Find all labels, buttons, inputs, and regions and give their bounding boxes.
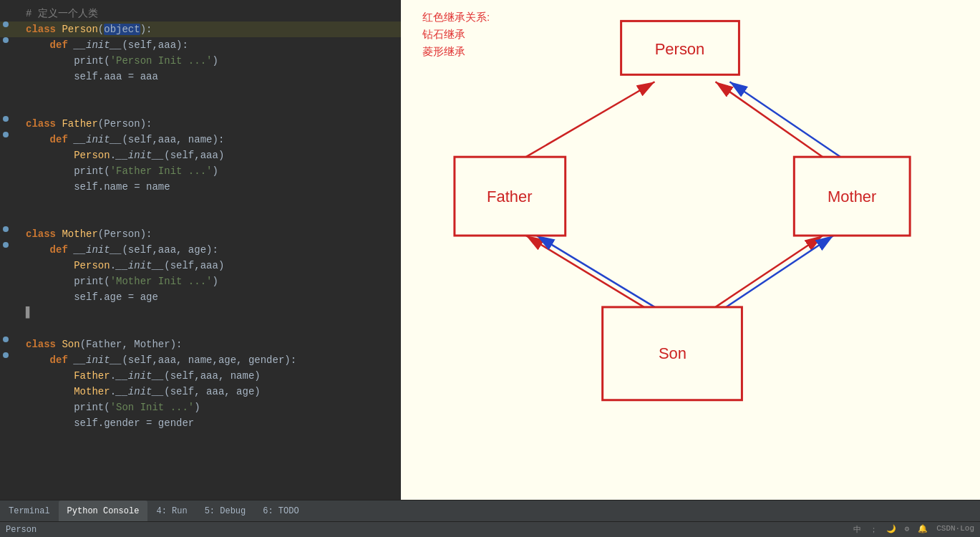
code-line-empty (0, 321, 401, 337)
code-content: self.gender = gender (26, 415, 398, 431)
status-punct: ； (870, 524, 878, 535)
code-content: def __init__(self,aaa): (26, 37, 398, 53)
code-content: ▋ (26, 305, 398, 321)
code-content: print('Son Init ...') (26, 400, 398, 415)
bottom-tabs-row: Terminal Python Console 4: Run 5: Debug … (0, 500, 980, 521)
tab-todo[interactable]: 6: TODO (254, 500, 307, 521)
gutter-dot (10, 116, 16, 122)
diagram-area: 红色继承关系: 钻石继承 菱形继承 (401, 0, 980, 500)
gutter (3, 337, 26, 342)
code-line: def __init__(self,aaa): (0, 37, 401, 53)
gutter-dot (3, 352, 9, 358)
svg-text:Person: Person (655, 40, 705, 58)
code-comment: # 定义一个人类 (26, 6, 398, 21)
code-content: print('Person Init ...') (26, 53, 398, 69)
code-line: print('Mother Init ...') (0, 274, 401, 289)
gutter-dot (3, 337, 9, 342)
code-line: print('Son Init ...') (0, 400, 401, 415)
code-line: Mother.__init__(self, aaa, age) (0, 384, 401, 400)
svg-line-8 (729, 82, 840, 157)
code-content: self.age = age (26, 289, 398, 305)
code-content: Father.__init__(self,aaa, name) (26, 368, 398, 384)
svg-text:Son: Son (659, 344, 687, 362)
code-line: class Father(Person): (0, 116, 401, 132)
inheritance-diagram: Person Father Mother Son (401, 0, 980, 500)
tab-terminal[interactable]: Terminal (0, 500, 59, 521)
svg-text:Mother: Mother (828, 188, 876, 205)
code-content: Person.__init__(self,aaa) (26, 147, 398, 163)
gutter-dot (10, 337, 16, 342)
code-line: self.age = age (0, 289, 401, 305)
code-line: Person.__init__(self,aaa) (0, 258, 401, 274)
code-line-empty (0, 84, 401, 100)
gutter-dot (3, 116, 9, 122)
svg-line-3 (715, 236, 823, 307)
gutter (3, 37, 26, 43)
svg-line-5 (715, 82, 823, 157)
gutter (3, 21, 26, 27)
gutter-dot (3, 242, 9, 248)
code-content: self.name = name (26, 179, 398, 195)
gutter-dot (3, 6, 9, 11)
status-bell-icon[interactable]: 🔔 (918, 524, 928, 535)
code-line: self.gender = gender (0, 415, 401, 431)
code-line: self.aaa = aaa (0, 69, 401, 84)
status-settings-icon[interactable]: ⚙ (905, 524, 910, 535)
gutter (3, 6, 26, 11)
code-content: def __init__(self,aaa, name,age, gender)… (26, 352, 398, 368)
code-line: self.name = name (0, 179, 401, 195)
tab-debug[interactable]: 5: Debug (196, 500, 255, 521)
code-line-empty (0, 211, 401, 226)
gutter-dot (10, 21, 16, 27)
svg-line-2 (526, 236, 644, 307)
tab-debug-label: 5: Debug (205, 506, 246, 516)
code-line-empty (0, 195, 401, 211)
code-content: def __init__(self,aaa, name): (26, 132, 398, 147)
code-content: self.aaa = aaa (26, 69, 398, 84)
main-area: # 定义一个人类 class Person(object): def __ini… (0, 0, 980, 500)
gutter-dot (10, 242, 16, 248)
svg-line-4 (526, 82, 655, 157)
code-line: def __init__(self,aaa, name): (0, 132, 401, 147)
code-line: Person.__init__(self,aaa) (0, 147, 401, 163)
gutter (3, 116, 26, 122)
gutter-dot (10, 352, 16, 358)
tab-terminal-label: Terminal (9, 506, 50, 516)
status-right: 中 ； 🌙 ⚙ 🔔 CSDN·Log (853, 524, 974, 535)
gutter-dot (3, 226, 9, 232)
tab-todo-label: 6: TODO (263, 506, 299, 516)
svg-line-6 (537, 236, 655, 307)
svg-line-7 (726, 236, 833, 307)
status-moon-icon[interactable]: 🌙 (886, 524, 896, 535)
code-content: Person.__init__(self,aaa) (26, 258, 398, 274)
gutter-dot (10, 37, 16, 43)
gutter (3, 352, 26, 358)
cursor-line: ▋ (0, 305, 401, 321)
code-editor: # 定义一个人类 class Person(object): def __ini… (0, 0, 401, 500)
status-csdn-log: CSDN·Log (936, 524, 974, 535)
code-line-empty (0, 100, 401, 116)
code-content: print('Mother Init ...') (26, 274, 398, 289)
svg-text:Father: Father (487, 188, 533, 205)
gutter (3, 226, 26, 232)
code-line: def __init__(self,aaa, age): (0, 242, 401, 258)
code-content: class Person(object): (26, 21, 398, 37)
code-line: print('Father Init ...') (0, 163, 401, 179)
gutter-dot (10, 226, 16, 232)
code-content: class Father(Person): (26, 116, 398, 132)
code-content: def __init__(self,aaa, age): (26, 242, 398, 258)
status-bar: Person 中 ； 🌙 ⚙ 🔔 CSDN·Log (0, 521, 980, 537)
tab-python-console[interactable]: Python Console (59, 500, 148, 521)
code-line: def __init__(self,aaa, name,age, gender)… (0, 352, 401, 368)
code-content: print('Father Init ...') (26, 163, 398, 179)
tab-run-label: 4: Run (156, 506, 187, 516)
tab-run[interactable]: 4: Run (147, 500, 195, 521)
code-line: class Son(Father, Mother): (0, 337, 401, 352)
code-line-highlight: class Person(object): (0, 21, 401, 37)
code-content: class Son(Father, Mother): (26, 337, 398, 352)
gutter-dot (3, 37, 9, 43)
gutter-dot-active (3, 21, 9, 27)
gutter-dot (3, 132, 9, 137)
code-content: class Mother(Person): (26, 226, 398, 242)
code-line: Father.__init__(self,aaa, name) (0, 368, 401, 384)
